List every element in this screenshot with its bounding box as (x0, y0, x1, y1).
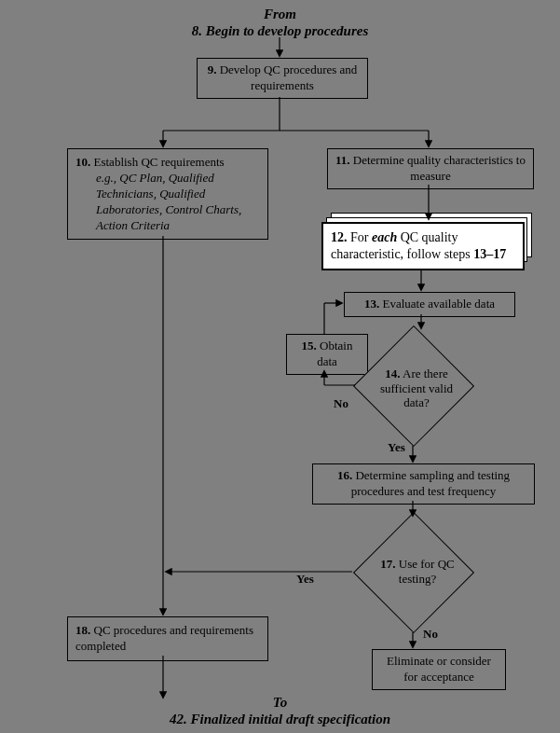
box-10: 10. Establish QC requirements e.g., QC P… (67, 148, 268, 240)
box-16: 16. Determine sampling and testing proce… (312, 463, 535, 505)
box-9: 9. Develop QC procedures and requirement… (197, 58, 368, 99)
label-14-no: No (334, 396, 348, 411)
box-15: 15. Obtain data (286, 334, 368, 375)
diamond-14-text: 14. Are there sufficient valid data? (372, 366, 461, 410)
box-13: 13. Evaluate available data (344, 292, 515, 317)
diamond-17-text: 17. Use for QC testing? (376, 557, 459, 586)
footer-label: To 42. Finalized initial draft specifica… (0, 694, 560, 727)
box-eliminate: Eliminate or consider for acceptance (372, 649, 506, 690)
header-label: From 8. Begin to develop procedures (0, 6, 560, 39)
box-18: 18. QC procedures and requirements compl… (67, 616, 268, 661)
box-11: 11. Determine quality characteristics to… (327, 148, 534, 189)
label-14-yes: Yes (388, 440, 405, 455)
label-17-yes: Yes (296, 572, 314, 587)
box-12: 12. For each QC quality characteristic, … (321, 222, 525, 270)
label-17-no: No (423, 627, 438, 642)
